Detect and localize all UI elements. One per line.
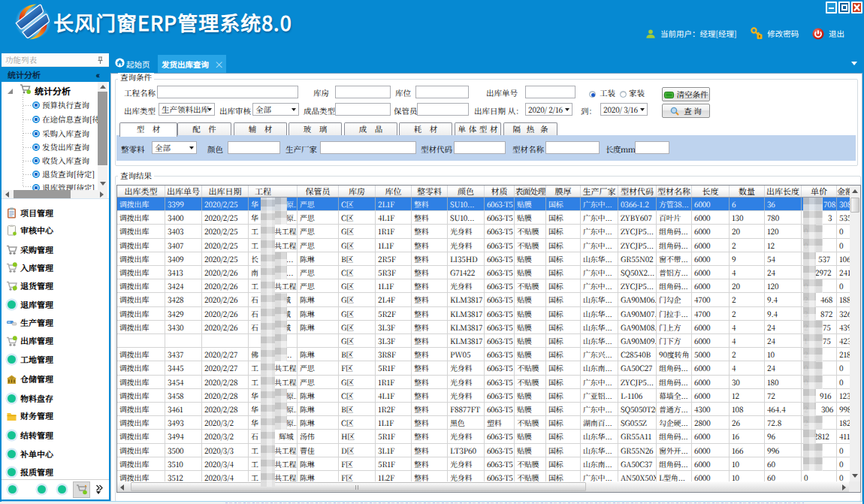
- svg-text:☆: ☆: [10, 375, 14, 380]
